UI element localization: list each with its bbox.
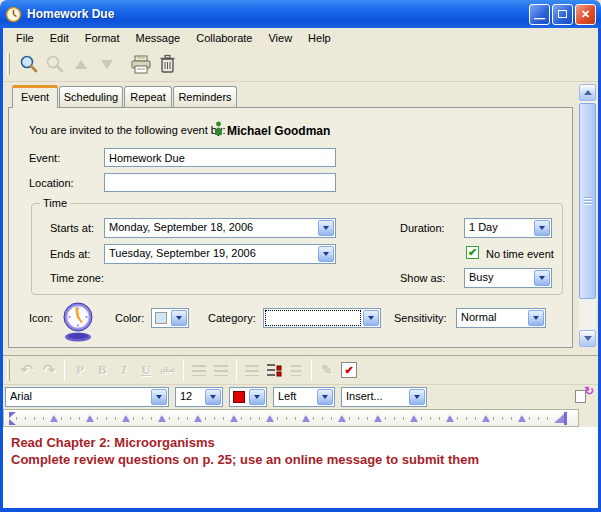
event-window: Homework Due — ✕ File Edit Format Messag… (0, 0, 601, 512)
outdent-icon[interactable] (188, 359, 210, 381)
title-bar[interactable]: Homework Due — ✕ (0, 0, 601, 28)
chevron-down-icon[interactable] (151, 389, 167, 405)
tab-repeat-label: Repeat (130, 91, 165, 103)
no-time-event-label: No time event (486, 248, 554, 260)
category-value (266, 311, 360, 325)
menu-view[interactable]: View (260, 30, 300, 46)
tab-scheduling[interactable]: Scheduling (59, 86, 123, 107)
font-family-value: Arial (6, 388, 150, 406)
font-family-select[interactable]: Arial (5, 387, 169, 407)
starts-at-select[interactable]: Monday, September 18, 2006 (104, 218, 336, 238)
tab-scheduling-label: Scheduling (64, 91, 118, 103)
menu-file[interactable]: File (8, 30, 42, 46)
event-input[interactable] (104, 148, 336, 167)
insert-object-icon[interactable]: ↻ (574, 387, 592, 405)
checkmark-icon: ✔ (468, 247, 477, 258)
scrollbar-thumb[interactable] (579, 103, 596, 299)
message-body-editor[interactable]: Read Chapter 2: Microorganisms Complete … (3, 427, 598, 508)
font-color-swatch (233, 391, 245, 403)
field-list-icon[interactable] (263, 359, 285, 381)
tab-reminders-label: Reminders (178, 91, 231, 103)
ends-at-value: Tuesday, September 19, 2006 (105, 245, 317, 263)
maximize-button[interactable] (552, 4, 573, 25)
format-toolbar: ↶ ↷ P B I U abc ✎ ✔ (3, 355, 598, 385)
chevron-down-icon[interactable] (363, 310, 379, 326)
chevron-down-icon[interactable] (171, 310, 187, 326)
minimize-button[interactable]: — (529, 4, 550, 25)
format-painter-icon[interactable] (285, 359, 307, 381)
category-select[interactable] (263, 308, 381, 328)
chevron-down-icon[interactable] (205, 389, 221, 405)
sensitivity-value: Normal (457, 309, 527, 327)
tab-event-label: Event (21, 91, 49, 103)
chevron-down-icon[interactable] (318, 220, 334, 236)
tab-repeat[interactable]: Repeat (124, 86, 172, 107)
find-next-icon[interactable] (42, 51, 68, 77)
event-label: Event: (29, 152, 60, 164)
ends-at-select[interactable]: Tuesday, September 19, 2006 (104, 244, 336, 264)
alarm-clock-icon (61, 300, 95, 342)
scroll-down-icon[interactable] (579, 330, 596, 347)
font-size-select[interactable]: 12 (175, 387, 223, 407)
insert-select[interactable]: Insert... (341, 387, 427, 407)
duration-select[interactable]: 1 Day (464, 218, 552, 238)
toolbar-grip[interactable] (7, 359, 10, 381)
no-time-event-checkbox[interactable]: ✔ (466, 246, 479, 259)
redo-icon[interactable]: ↷ (38, 359, 60, 381)
move-down-icon[interactable] (94, 51, 120, 77)
bullet-list-icon[interactable] (241, 359, 263, 381)
window-clock-icon[interactable] (5, 6, 22, 23)
signature-pen-icon[interactable]: ✎ (316, 359, 338, 381)
delete-icon[interactable] (154, 51, 180, 77)
alignment-select[interactable]: Left (273, 387, 335, 407)
event-tab-panel: You are invited to the following event b… (8, 107, 573, 348)
undo-icon[interactable]: ↶ (16, 359, 38, 381)
print-icon[interactable] (128, 51, 154, 77)
menu-collaborate[interactable]: Collaborate (188, 30, 260, 46)
menu-help[interactable]: Help (300, 30, 339, 46)
spell-check-icon[interactable]: ✔ (338, 359, 360, 381)
color-select[interactable] (151, 308, 189, 328)
chevron-down-icon[interactable] (534, 270, 550, 286)
paragraph-style-icon[interactable]: P (69, 359, 91, 381)
chevron-down-icon[interactable] (249, 389, 265, 405)
menu-bar: File Edit Format Message Collaborate Vie… (3, 28, 598, 47)
toolbar-grip[interactable] (7, 53, 10, 75)
font-toolbar: Arial 12 Left Insert... ↻ (3, 385, 598, 409)
chevron-down-icon[interactable] (534, 220, 550, 236)
font-color-select[interactable] (229, 387, 267, 407)
location-input[interactable] (104, 173, 336, 192)
chevron-down-icon[interactable] (409, 389, 425, 405)
bold-icon[interactable]: B (91, 359, 113, 381)
move-up-icon[interactable] (68, 51, 94, 77)
menu-edit[interactable]: Edit (42, 30, 77, 46)
insert-value: Insert... (342, 388, 408, 406)
menu-format[interactable]: Format (77, 30, 128, 46)
scroll-up-icon[interactable] (579, 84, 596, 101)
color-swatch (155, 312, 167, 324)
starts-at-value: Monday, September 18, 2006 (105, 219, 317, 237)
menu-message[interactable]: Message (128, 30, 189, 46)
body-line: Complete review questions on p. 25; use … (3, 451, 598, 468)
show-as-select[interactable]: Busy (464, 268, 552, 288)
right-margin-marker[interactable] (564, 412, 567, 425)
right-indent-marker[interactable] (554, 414, 564, 423)
vertical-scrollbar[interactable] (579, 84, 596, 347)
organizer-person-icon (214, 121, 223, 136)
sensitivity-select[interactable]: Normal (456, 308, 546, 328)
italic-icon[interactable]: I (113, 359, 135, 381)
time-zone-label: Time zone: (50, 272, 104, 284)
close-button[interactable]: ✕ (575, 4, 596, 25)
tab-event[interactable]: Event (12, 85, 58, 108)
left-indent-marker[interactable] (9, 412, 16, 418)
strikethrough-icon[interactable]: abc (157, 359, 179, 381)
chevron-down-icon[interactable] (528, 310, 544, 326)
indent-icon[interactable] (210, 359, 232, 381)
left-margin-marker[interactable] (9, 419, 16, 425)
underline-icon[interactable]: U (135, 359, 157, 381)
chevron-down-icon[interactable] (317, 389, 333, 405)
find-icon[interactable] (16, 51, 42, 77)
tab-reminders[interactable]: Reminders (173, 86, 237, 107)
red-check-glyph: ✔ (344, 364, 353, 377)
chevron-down-icon[interactable] (318, 246, 334, 262)
